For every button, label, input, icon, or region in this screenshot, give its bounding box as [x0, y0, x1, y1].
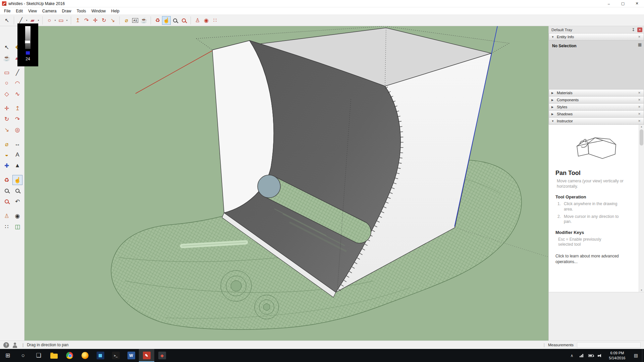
section-components[interactable]: ▶ Components ✕	[549, 97, 644, 104]
account-icon[interactable]	[12, 342, 18, 348]
slider-popup[interactable]: 24	[17, 23, 38, 66]
circle-dropdown-icon[interactable]: ▾	[54, 16, 57, 25]
dimension-tool[interactable]: ↔	[12, 139, 22, 149]
sketchup-taskbar-icon[interactable]: ✎	[139, 349, 154, 362]
minimize-button[interactable]: –	[602, 0, 616, 7]
previous-view-tool[interactable]: ↶	[12, 196, 22, 206]
zoom-extents-tool[interactable]	[2, 196, 12, 206]
paint-bucket-tool-icon[interactable]: ☕	[140, 16, 148, 25]
menu-draw[interactable]: Draw	[59, 8, 74, 14]
rotate-tool-icon[interactable]: ↻	[100, 16, 108, 25]
tape-measure-tool-icon[interactable]: ⌀	[122, 16, 131, 25]
speaker-icon[interactable]	[598, 354, 602, 358]
photos-app-icon[interactable]	[93, 349, 108, 362]
menu-edit[interactable]: Edit	[13, 8, 25, 14]
zoom-tool[interactable]	[2, 186, 12, 196]
close-button[interactable]: ✕	[630, 0, 644, 7]
task-view-icon[interactable]: ❏	[31, 349, 46, 362]
rectangle-tool-icon[interactable]: ▭	[57, 16, 65, 25]
section-close-icon[interactable]: ✕	[637, 119, 641, 123]
position-camera-tool[interactable]: ♙	[2, 211, 12, 221]
position-camera-tool-icon[interactable]: ♙	[193, 16, 202, 25]
move-tool-icon[interactable]: ✛	[91, 16, 100, 25]
pan-tool[interactable]: ☝	[12, 175, 22, 185]
start-button[interactable]: ⊞	[0, 349, 15, 362]
section-styles[interactable]: ▶ Styles ✕	[549, 104, 644, 111]
firefox-icon[interactable]	[77, 349, 93, 362]
scroll-up-icon[interactable]: ▲	[639, 125, 644, 128]
section-materials[interactable]: ▶ Materials ✕	[549, 89, 644, 97]
menu-file[interactable]: File	[1, 8, 13, 14]
file-explorer-icon[interactable]	[46, 349, 62, 362]
text-tool-icon[interactable]: A1	[131, 16, 140, 25]
section-close-icon[interactable]: ✕	[637, 98, 641, 102]
menu-camera[interactable]: Camera	[40, 8, 59, 14]
pin-icon[interactable]: ↧	[631, 27, 636, 32]
zoom-tool-icon[interactable]	[171, 16, 179, 25]
section-instructor[interactable]: ▼ Instructor ✕	[549, 118, 644, 125]
pan-tool-icon[interactable]: ☝	[162, 16, 171, 25]
instructor-advanced-link[interactable]: Click to learn about more advanced opera…	[555, 253, 619, 265]
zoom-window-tool[interactable]	[12, 186, 22, 196]
show-desktop-button[interactable]	[642, 349, 644, 362]
pushpull-tool-icon[interactable]: ↥	[73, 16, 82, 25]
freehand-tool[interactable]: ∿	[12, 89, 22, 99]
maximize-button[interactable]: ▢	[616, 0, 630, 7]
notification-center-icon[interactable]: ▤	[630, 353, 642, 358]
select-tool-icon[interactable]: ↖	[3, 16, 11, 25]
move-tool[interactable]: ✛	[2, 103, 12, 113]
tray-chevron-icon[interactable]: ∧	[567, 353, 577, 358]
menu-window[interactable]: Window	[89, 8, 109, 14]
look-around-tool[interactable]: ◉	[12, 211, 22, 221]
orbit-tool[interactable]: ♻	[2, 175, 12, 185]
followme-tool-icon[interactable]: ↷	[82, 16, 91, 25]
section-close-icon[interactable]: ✕	[637, 105, 641, 109]
battery-icon[interactable]	[588, 354, 593, 357]
section-shadows[interactable]: ▶ Shadows ✕	[549, 111, 644, 118]
paint-bucket-tool[interactable]: ☕	[2, 53, 12, 63]
scroll-down-icon[interactable]: ▼	[639, 289, 644, 291]
walk-tool-icon[interactable]: ∷	[211, 16, 219, 25]
walk-tool[interactable]: ∷	[2, 222, 12, 232]
protractor-tool[interactable]: ◒	[2, 150, 12, 160]
entity-info-menu-icon[interactable]: ▦	[638, 42, 642, 47]
menu-help[interactable]: Help	[108, 8, 122, 14]
command-prompt-icon[interactable]: >_	[108, 349, 123, 362]
section-entity-info[interactable]: ▼ Entity Info ✕	[549, 34, 644, 41]
scale-tool[interactable]: ↘	[2, 125, 12, 135]
menu-view[interactable]: View	[25, 8, 40, 14]
clock[interactable]: 6:09 PM 5/14/2016	[604, 351, 630, 360]
drawing-area[interactable]	[24, 26, 548, 341]
axes-tool[interactable]: ✚	[2, 161, 12, 171]
offset-tool[interactable]: ◎	[12, 125, 22, 135]
text-tool[interactable]: A	[12, 150, 22, 160]
slider-track[interactable]	[25, 26, 31, 49]
layout-app-icon[interactable]: ◆	[154, 349, 170, 362]
rectangle-tool[interactable]: ▭	[2, 67, 12, 77]
section-close-icon[interactable]: ✕	[637, 91, 641, 95]
scrollbar-thumb[interactable]	[640, 129, 643, 145]
slider-handle[interactable]	[25, 40, 31, 44]
zoom-extents-tool-icon[interactable]	[179, 16, 188, 25]
section-close-icon[interactable]: ✕	[637, 35, 641, 39]
circle-tool-icon[interactable]: ○	[45, 16, 54, 25]
measurements-input[interactable]	[577, 342, 641, 348]
rotate-tool[interactable]: ↻	[2, 114, 12, 124]
menu-tools[interactable]: Tools	[74, 8, 89, 14]
rectangle-dropdown-icon[interactable]: ▾	[65, 16, 68, 25]
orbit-tool-icon[interactable]: ♻	[153, 16, 162, 25]
section-close-icon[interactable]: ✕	[637, 112, 641, 116]
select-tool[interactable]: ↖	[2, 42, 12, 52]
polygon-tool[interactable]: ◇	[2, 89, 12, 99]
tray-close-icon[interactable]: ✕	[637, 27, 642, 32]
arc-tool[interactable]: ◠	[12, 78, 22, 88]
circle-tool[interactable]: ○	[2, 78, 12, 88]
network-icon[interactable]	[577, 354, 586, 357]
instructor-scrollbar[interactable]: ▲ ▼	[639, 125, 644, 292]
line-tool[interactable]: ╱	[12, 67, 22, 77]
look-around-tool-icon[interactable]: ◉	[202, 16, 211, 25]
word-icon[interactable]: W	[123, 349, 139, 362]
search-icon[interactable]: ○	[15, 349, 31, 362]
help-icon[interactable]: ?	[3, 342, 9, 348]
pushpull-tool[interactable]: ↥	[12, 103, 22, 113]
